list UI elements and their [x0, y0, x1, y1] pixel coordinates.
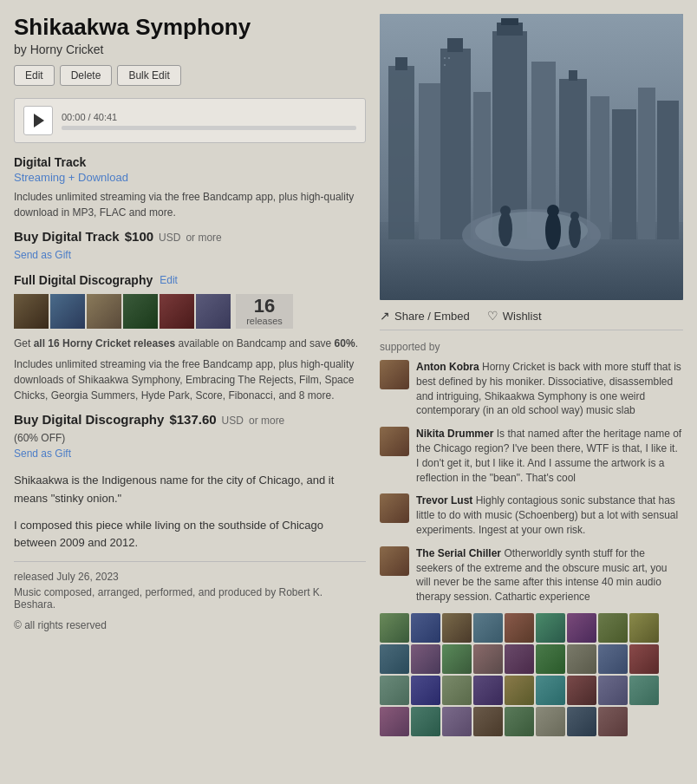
fan-avatar-4[interactable] [473, 613, 503, 643]
discography-edit-link[interactable]: Edit [160, 274, 178, 286]
svg-rect-6 [447, 38, 463, 52]
fan-avatar-3[interactable] [442, 613, 472, 643]
wishlist-button[interactable]: ♡ Wishlist [487, 309, 542, 323]
svg-point-27 [569, 217, 581, 248]
reviewer-name-1: Anton Kobra [416, 361, 479, 373]
streaming-link[interactable]: Streaming + Download [14, 171, 366, 184]
body-text-2: I composed this piece while living on th… [14, 517, 366, 553]
svg-point-24 [500, 206, 511, 216]
delete-button[interactable]: Delete [60, 65, 113, 86]
player-controls: 00:00 / 40:41 [62, 112, 356, 130]
fan-avatar-29[interactable] [411, 707, 440, 736]
streaming-description: Includes unlimited streaming via the fre… [14, 189, 366, 220]
or-more: or more [186, 232, 221, 244]
supported-by-label: supported by [380, 341, 683, 353]
disc-count-label: releases [246, 316, 283, 326]
fan-avatar-13[interactable] [473, 644, 503, 674]
reviewer-text-4: The Serial Chiller Otherworldly synth st… [416, 546, 683, 604]
svg-rect-13 [569, 70, 577, 81]
fan-avatar-20[interactable] [411, 676, 440, 705]
credits: Music composed, arranged, performed, and… [14, 586, 366, 611]
fan-avatar-14[interactable] [505, 644, 534, 674]
progress-track[interactable] [62, 126, 356, 130]
svg-rect-18 [444, 57, 446, 59]
fan-avatar-33[interactable] [536, 707, 565, 736]
fan-avatar-26[interactable] [598, 676, 628, 705]
album-title: Shikaakwa Symphony [14, 14, 366, 41]
fan-avatar-25[interactable] [567, 676, 596, 705]
reviewer-2: Nikita Drummer Is that named after the h… [380, 427, 683, 485]
fan-avatar-31[interactable] [473, 707, 503, 736]
share-label: Share / Embed [394, 310, 470, 323]
share-wishlist-bar: ↗ Share / Embed ♡ Wishlist [380, 309, 683, 330]
fan-avatar-10[interactable] [380, 644, 409, 674]
discography-title: Full Digital Discography [14, 273, 153, 287]
audio-player: 00:00 / 40:41 [14, 98, 366, 143]
action-buttons: Edit Delete Bulk Edit [14, 65, 366, 86]
fan-avatar-8[interactable] [598, 613, 628, 643]
svg-rect-17 [657, 101, 679, 239]
edit-button[interactable]: Edit [14, 65, 55, 86]
get-all-text: Get all 16 Horny Cricket releases availa… [14, 336, 366, 351]
fan-avatar-23[interactable] [505, 676, 534, 705]
disc-thumb-6[interactable] [196, 294, 231, 329]
artist-name: by Horny Cricket [14, 42, 366, 56]
fan-avatar-1[interactable] [380, 613, 409, 643]
send-gift-link[interactable]: Send as Gift [14, 249, 366, 261]
reviewer-text-1: Anton Kobra Horny Cricket is back with m… [416, 360, 683, 418]
bulk-edit-button[interactable]: Bulk Edit [117, 65, 180, 86]
fan-avatar-21[interactable] [442, 676, 472, 705]
play-icon [34, 114, 44, 127]
fan-avatar-5[interactable] [505, 613, 534, 643]
buy-digital-track: Buy Digital Track $100 USD or more [14, 229, 366, 244]
disc-thumb-5[interactable] [160, 294, 194, 329]
reviewer-avatar-2 [380, 427, 409, 456]
fan-avatar-34[interactable] [567, 707, 596, 736]
fan-avatar-18[interactable] [629, 644, 659, 674]
reviewer-name-3: Trevor Lust [416, 494, 472, 506]
disc-thumb-2[interactable] [50, 294, 85, 329]
svg-rect-19 [448, 57, 450, 59]
reviewer-name-4: The Serial Chiller [416, 547, 501, 559]
fan-avatar-24[interactable] [536, 676, 565, 705]
fan-avatar-15[interactable] [536, 644, 565, 674]
fan-avatar-35[interactable] [598, 707, 628, 736]
svg-point-26 [547, 205, 559, 217]
fan-avatar-2[interactable] [411, 613, 440, 643]
svg-rect-20 [444, 64, 446, 66]
disc-thumb-4[interactable] [123, 294, 158, 329]
fan-avatar-30[interactable] [442, 707, 472, 736]
svg-rect-10 [501, 18, 518, 25]
discography-price: $137.60 [169, 412, 216, 427]
discography-row: 16 releases [14, 294, 366, 329]
fan-avatar-27[interactable] [629, 676, 659, 705]
discography-send-gift[interactable]: Send as Gift [14, 448, 366, 460]
fan-avatar-22[interactable] [473, 676, 503, 705]
price: $100 [125, 229, 153, 244]
disc-thumb-1[interactable] [14, 294, 49, 329]
cover-art-svg [380, 14, 683, 300]
discography-currency: USD [222, 415, 244, 427]
fan-avatar-28[interactable] [380, 707, 409, 736]
reviewer-text-3: Trevor Lust Highly contagious sonic subs… [416, 493, 683, 537]
fan-avatar-19[interactable] [380, 676, 409, 705]
reviewer-avatar-3 [380, 493, 409, 523]
buy-discography: Buy Digital Discography $137.60 USD or m… [14, 412, 366, 427]
share-embed-button[interactable]: ↗ Share / Embed [380, 309, 470, 323]
svg-point-23 [498, 212, 512, 246]
fan-avatar-6[interactable] [536, 613, 565, 643]
fan-avatar-17[interactable] [598, 644, 628, 674]
fan-avatar-16[interactable] [567, 644, 596, 674]
fan-avatar-12[interactable] [442, 644, 472, 674]
svg-rect-3 [395, 57, 407, 70]
digital-track-label: Digital Track [14, 155, 366, 169]
fan-avatar-32[interactable] [505, 707, 534, 736]
fan-avatar-11[interactable] [411, 644, 440, 674]
fan-avatar-9[interactable] [629, 613, 659, 643]
disc-thumb-3[interactable] [87, 294, 121, 329]
play-button[interactable] [23, 106, 53, 135]
time-display: 00:00 / 40:41 [62, 112, 356, 122]
reviewer-1: Anton Kobra Horny Cricket is back with m… [380, 360, 683, 418]
fan-avatar-7[interactable] [567, 613, 596, 643]
reviewer-4: The Serial Chiller Otherworldly synth st… [380, 546, 683, 604]
